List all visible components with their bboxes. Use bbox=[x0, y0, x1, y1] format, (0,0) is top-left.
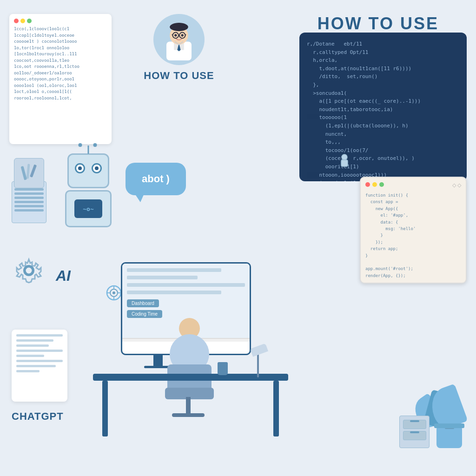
code-line: 1o,tor(1roc1 onno1o1oo bbox=[14, 45, 107, 52]
code-line: >soncudoa1( bbox=[307, 89, 459, 98]
code-line: ooooc,otoyoon,por1r,ooo1 bbox=[14, 76, 107, 83]
cabinet-drawer bbox=[403, 420, 426, 429]
desk-leg-right bbox=[273, 381, 279, 436]
code-line: /ditto, set,roun() bbox=[307, 73, 459, 81]
code-line: (1,ep1(|(ubcta(looone)), h) bbox=[307, 122, 459, 130]
window-dot-green bbox=[27, 19, 32, 23]
code-line: nuncnt, bbox=[307, 130, 459, 139]
doc-bottom-line bbox=[16, 334, 63, 337]
drawer-handle-2 bbox=[410, 431, 419, 433]
code-line: const app = bbox=[365, 198, 461, 205]
doc-line bbox=[14, 192, 44, 195]
code-line: cooooe1t ) cocono1ot1oooo bbox=[14, 39, 107, 45]
avatar-person-icon bbox=[158, 19, 200, 60]
code-block-right: ◇ ◇ function init() { const app = new Ap… bbox=[360, 177, 467, 284]
screen-line bbox=[127, 276, 198, 279]
doc-line bbox=[14, 209, 44, 212]
svg-point-4 bbox=[170, 23, 188, 31]
plant bbox=[436, 422, 462, 448]
code-content-top: r,/Dotane ebt/11 r,calltyped Opt/11 h,or… bbox=[307, 40, 459, 181]
chair-base bbox=[172, 413, 205, 417]
code-line: h,orcla, bbox=[307, 56, 459, 65]
code-line: 1oct,o1oo1 o,coooo1[1{( bbox=[14, 89, 107, 95]
code-line: el: '#app', bbox=[365, 212, 461, 218]
svg-rect-16 bbox=[30, 165, 37, 178]
code-line: [1ocn1bo1tourouy(oc1..111 bbox=[14, 51, 107, 58]
code-line: }, bbox=[307, 81, 459, 89]
code-line: 1cco(,1clooov(1oo1c(c1 bbox=[14, 26, 107, 33]
window-dot-yellow bbox=[20, 19, 25, 23]
svg-rect-25 bbox=[341, 160, 348, 166]
robot-screen: ~o~ bbox=[74, 199, 102, 218]
code-line: t,doot,at(nou1t1can([11 r6)))) bbox=[307, 65, 459, 73]
screen-line bbox=[127, 291, 221, 294]
small-figurine bbox=[337, 153, 353, 170]
lamp-arm bbox=[257, 354, 259, 377]
doc-bottom-line bbox=[16, 355, 44, 357]
code-line: oooo1oo1 (oo1,o1oroc,1oo1 bbox=[14, 83, 107, 89]
code-block-top-right: r,/Dotane ebt/11 r,calltyped Opt/11 h,or… bbox=[299, 33, 467, 181]
code-line: ooorite1[1) bbox=[307, 163, 459, 171]
lamp bbox=[251, 346, 265, 383]
filing-cabinet bbox=[399, 416, 430, 448]
window-dot-green bbox=[379, 182, 384, 187]
robot-eye-right bbox=[92, 163, 102, 173]
doc-bottom-line bbox=[16, 360, 63, 362]
code-line: r,/Dotane ebt/11 bbox=[307, 40, 459, 48]
monitor-button-2[interactable]: Coding Time bbox=[127, 310, 162, 318]
code-line: return app; bbox=[365, 245, 461, 252]
window-dot-red bbox=[14, 19, 19, 23]
code-line: noudent1t,taborotooc,ia) bbox=[307, 106, 459, 114]
chair-leg bbox=[186, 397, 191, 416]
code-line: coocoot,coovoo11a,t1eo bbox=[14, 58, 107, 64]
doc-line bbox=[14, 188, 44, 191]
doc-bottom-line bbox=[16, 370, 40, 372]
drawer-handle bbox=[410, 420, 419, 422]
code-line: to,,, bbox=[307, 138, 459, 146]
code-line: app.mount('#root'); bbox=[365, 265, 461, 272]
desk-leg-left bbox=[102, 381, 108, 436]
code-block-top-left: 1cco(,1clooov(1oo1c(c1 1ccop1[c1do1toye1… bbox=[9, 14, 112, 144]
avatar bbox=[153, 14, 205, 65]
robot-eye-inner-right bbox=[95, 166, 99, 170]
pencils-svg bbox=[19, 163, 40, 184]
robot-eyes bbox=[69, 155, 108, 173]
robot-screen-text: ~o~ bbox=[83, 205, 93, 212]
doc-line bbox=[14, 205, 44, 207]
code-line: 1co,oot roooenna,r1,t1ctoo bbox=[14, 64, 107, 70]
monitor-button-1[interactable]: Dashboard bbox=[127, 299, 159, 307]
svg-rect-15 bbox=[26, 164, 30, 178]
doc-bottom-line bbox=[16, 339, 53, 342]
svg-rect-14 bbox=[21, 166, 27, 180]
document-bottom-left bbox=[12, 330, 67, 402]
speech-bubble-text: abot ) bbox=[142, 173, 170, 185]
lamp-head bbox=[250, 344, 268, 357]
code-line: r,calltyped Opt/11 bbox=[307, 48, 459, 57]
code-line: tocooo/1(oo(7/ bbox=[307, 146, 459, 155]
main-title: HOW TO USE bbox=[317, 14, 439, 33]
code-line: } bbox=[365, 232, 461, 238]
plant-pot bbox=[436, 427, 462, 448]
window-controls: ◇ ◇ bbox=[452, 182, 461, 188]
doc-bottom-line bbox=[16, 344, 49, 347]
code-line: rooroo1,roo1oono1,1cot, bbox=[14, 95, 107, 102]
chatgpt-label: CHATGPT bbox=[12, 410, 64, 423]
code-line: oo11oo/_odoeer1/oa1oroo bbox=[14, 70, 107, 77]
robot-head bbox=[67, 153, 109, 188]
speech-bubble: abot ) bbox=[126, 163, 186, 195]
code-line: } bbox=[365, 252, 461, 259]
code-line: new App({ bbox=[365, 205, 461, 212]
monitor-stand bbox=[153, 355, 163, 367]
code-line: render(App, {}); bbox=[365, 272, 461, 279]
doc-line bbox=[14, 201, 44, 203]
svg-point-11 bbox=[181, 34, 184, 36]
code-line: data: { bbox=[365, 219, 461, 225]
code-line bbox=[365, 259, 461, 265]
cabinet-drawer-2 bbox=[403, 431, 426, 440]
window-dot-red bbox=[365, 182, 370, 187]
code-line: toooooo(1 bbox=[307, 113, 459, 122]
robot-body: ~o~ bbox=[65, 190, 112, 227]
code-line: msg: 'hello' bbox=[365, 225, 461, 232]
window-dots-right: ◇ ◇ bbox=[365, 182, 461, 188]
svg-point-13 bbox=[25, 267, 33, 274]
